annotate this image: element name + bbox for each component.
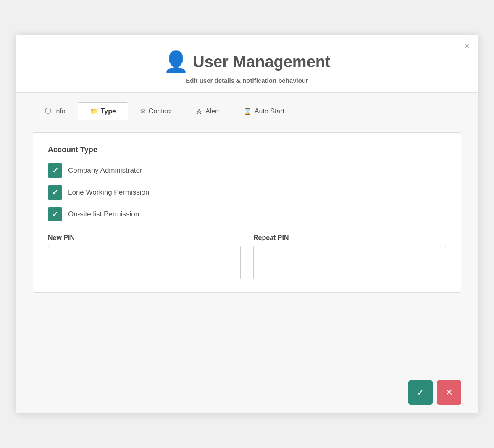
checkmark-icon: ✓	[52, 166, 58, 175]
modal-header: × 👤 User Management Edit user details & …	[16, 35, 478, 93]
new-pin-field: New PIN	[48, 234, 241, 279]
user-icon: 👤	[163, 50, 189, 74]
confirm-icon: ✓	[417, 387, 424, 398]
close-button[interactable]: ×	[464, 42, 470, 51]
repeat-pin-label: Repeat PIN	[253, 234, 446, 242]
tabs-row: ⓘ Info 📁 Type ✉ Contact ⛤ Alert ⌛ Auto S…	[16, 93, 478, 120]
confirm-button[interactable]: ✓	[408, 380, 433, 405]
checkbox-label-company-admin: Company Administrator	[68, 166, 142, 175]
checkmark-icon: ✓	[52, 210, 58, 219]
pin-section: New PIN Repeat PIN	[48, 234, 446, 279]
checkbox-company-admin[interactable]: ✓	[48, 163, 62, 178]
cancel-icon: ✕	[445, 387, 453, 398]
modal-title: User Management	[193, 53, 330, 71]
type-icon: 📁	[90, 108, 98, 115]
checkmark-icon: ✓	[52, 188, 58, 197]
contact-icon: ✉	[140, 108, 146, 115]
repeat-pin-field: Repeat PIN	[253, 234, 446, 279]
modal-footer: ✓ ✕	[16, 372, 478, 413]
tab-info[interactable]: ⓘ Info	[33, 102, 78, 120]
checkbox-onsite-list[interactable]: ✓	[48, 207, 62, 221]
checkbox-row-onsite-list: ✓ On-site list Permission	[48, 207, 446, 221]
tab-autostart[interactable]: ⌛ Auto Start	[231, 102, 297, 120]
user-management-modal: × 👤 User Management Edit user details & …	[16, 35, 478, 413]
content-card: Account Type ✓ Company Administrator ✓ L…	[33, 132, 461, 293]
checkbox-row-lone-working: ✓ Lone Working Permission	[48, 185, 446, 200]
info-icon: ⓘ	[45, 107, 51, 115]
tab-type-label: Type	[101, 108, 116, 115]
tab-alert[interactable]: ⛤ Alert	[184, 102, 231, 120]
checkbox-label-onsite-list: On-site list Permission	[68, 210, 139, 219]
new-pin-label: New PIN	[48, 234, 241, 242]
tab-alert-label: Alert	[205, 108, 219, 115]
checkbox-lone-working[interactable]: ✓	[48, 185, 62, 200]
repeat-pin-input[interactable]	[253, 246, 446, 279]
tab-info-label: Info	[54, 108, 66, 115]
tab-contact[interactable]: ✉ Contact	[128, 102, 184, 120]
alert-icon: ⛤	[196, 108, 202, 115]
modal-subtitle: Edit user details & notification behavio…	[24, 77, 470, 84]
tab-contact-label: Contact	[149, 108, 172, 115]
account-type-heading: Account Type	[48, 145, 446, 154]
autostart-icon: ⌛	[244, 108, 252, 115]
new-pin-input[interactable]	[48, 246, 241, 279]
cancel-button[interactable]: ✕	[437, 380, 461, 405]
tab-autostart-label: Auto Start	[255, 108, 284, 115]
checkbox-row-company-admin: ✓ Company Administrator	[48, 163, 446, 178]
tab-type[interactable]: 📁 Type	[78, 102, 128, 120]
checkbox-label-lone-working: Lone Working Permission	[68, 188, 149, 197]
modal-body: Account Type ✓ Company Administrator ✓ L…	[16, 120, 478, 372]
